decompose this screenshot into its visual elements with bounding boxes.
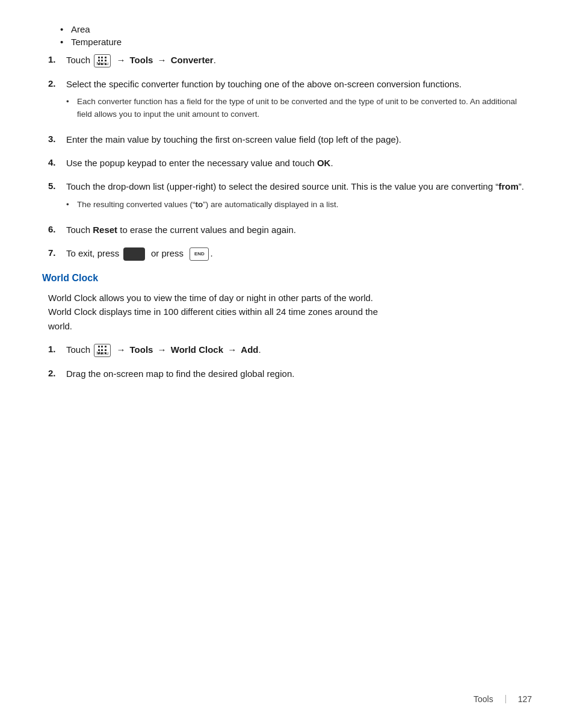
back-button-icon [123,247,145,261]
wc-step-1: 1. Touch [48,343,532,357]
step-7-number: 7. [48,246,66,261]
wc-step-2-content: Drag the on-screen map to find the desir… [66,367,532,381]
step-1-number: 1. [48,53,66,67]
wc-step-2: 2. Drag the on-screen map to find the de… [48,367,532,381]
step-4-content: Use the popup keypad to enter the necess… [66,156,532,170]
step-6-reset: Reset [93,225,117,235]
bullet-temperature: Temperature [60,37,532,47]
step-3-content: Enter the main value by touching the fir… [66,132,532,146]
step-1: 1. Touch [48,53,532,67]
end-button-icon: END [190,247,209,261]
wc-step-1-add: Add [241,344,258,355]
step-1-touch: Touch [66,55,90,65]
wc-step-1-tools: Tools [130,344,153,355]
menu-label-2: Menu [96,351,108,356]
step-5-content: Touch the drop-down list (upper-right) t… [66,179,532,213]
intro-bullet-list: Area Temperature [60,24,532,47]
step-1-converter: Converter [171,55,214,65]
wc-step-1-number: 1. [48,343,66,357]
world-clock-steps: 1. Touch [48,343,532,381]
world-clock-description: World Clock allows you to view the time … [48,291,532,333]
bullet-area: Area [60,24,532,34]
step-7: 7. To exit, press or press END. [48,246,532,261]
page-footer: Tools 127 [474,694,532,704]
step-2-subbullet-1: Each converter function has a field for … [66,96,532,120]
step-5-number: 5. [48,179,66,213]
step-4-ok: OK [317,158,331,168]
step-2-subbullets: Each converter function has a field for … [66,96,532,120]
menu-icon-1: Menu [94,54,111,67]
menu-icon-2: Menu [94,344,111,357]
footer-divider [505,695,506,703]
step-2-content: Select the specific converter function b… [66,77,532,123]
footer-section: Tools [474,694,493,704]
step-4: 4. Use the popup keypad to enter the nec… [48,156,532,170]
step-4-number: 4. [48,156,66,170]
wc-step-1-worldclock: World Clock [171,344,223,355]
footer-page-number: 127 [518,694,532,704]
step-5-from: from [498,181,518,191]
step-5: 5. Touch the drop-down list (upper-right… [48,179,532,213]
step-1-content: Touch [66,53,532,67]
step-1-tools: Tools [130,55,153,65]
step-6: 6. Touch Reset to erase the current valu… [48,223,532,237]
step-6-number: 6. [48,223,66,237]
step-7-content: To exit, press or press END. [66,246,532,261]
step-2-number: 2. [48,77,66,123]
menu-label: Menu [96,61,108,66]
wc-step-2-number: 2. [48,367,66,381]
step-5-subbullet-1: The resulting converted values (“to”) ar… [66,199,532,211]
step-5-subbullets: The resulting converted values (“to”) ar… [66,199,532,211]
step-3: 3. Enter the main value by touching the … [48,132,532,146]
world-clock-title: World Clock [42,273,532,284]
step-2: 2. Select the specific converter functio… [48,77,532,123]
step-6-content: Touch Reset to erase the current values … [66,223,532,237]
wc-step-1-content: Touch [66,343,532,357]
converter-steps: 1. Touch [48,53,532,261]
step-3-number: 3. [48,132,66,146]
